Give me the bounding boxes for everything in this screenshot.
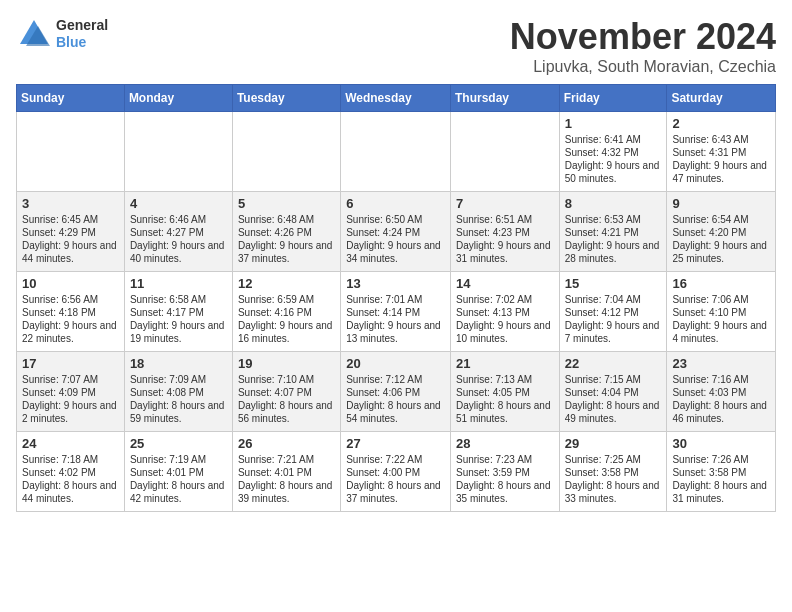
day-number: 29 (565, 436, 662, 451)
day-number: 11 (130, 276, 227, 291)
calendar-cell: 20Sunrise: 7:12 AMSunset: 4:06 PMDayligh… (341, 352, 451, 432)
day-content: Sunrise: 6:48 AM (238, 213, 335, 226)
day-content: Sunset: 4:18 PM (22, 306, 119, 319)
header-day: Saturday (667, 85, 776, 112)
day-content: Daylight: 9 hours and 10 minutes. (456, 319, 554, 345)
calendar-cell: 11Sunrise: 6:58 AMSunset: 4:17 PMDayligh… (124, 272, 232, 352)
day-content: Sunrise: 6:41 AM (565, 133, 662, 146)
logo-line2: Blue (56, 34, 108, 51)
day-content: Daylight: 9 hours and 37 minutes. (238, 239, 335, 265)
header-day: Wednesday (341, 85, 451, 112)
calendar-cell: 6Sunrise: 6:50 AMSunset: 4:24 PMDaylight… (341, 192, 451, 272)
calendar-week-row: 10Sunrise: 6:56 AMSunset: 4:18 PMDayligh… (17, 272, 776, 352)
day-number: 8 (565, 196, 662, 211)
calendar-week-row: 24Sunrise: 7:18 AMSunset: 4:02 PMDayligh… (17, 432, 776, 512)
day-content: Sunrise: 7:01 AM (346, 293, 445, 306)
header: General Blue November 2024 Lipuvka, Sout… (16, 16, 776, 76)
day-content: Sunset: 4:00 PM (346, 466, 445, 479)
day-content: Daylight: 8 hours and 49 minutes. (565, 399, 662, 425)
day-number: 27 (346, 436, 445, 451)
day-content: Sunset: 4:07 PM (238, 386, 335, 399)
month-title: November 2024 (510, 16, 776, 58)
calendar-cell: 27Sunrise: 7:22 AMSunset: 4:00 PMDayligh… (341, 432, 451, 512)
header-day: Monday (124, 85, 232, 112)
day-content: Sunrise: 7:19 AM (130, 453, 227, 466)
calendar-cell: 17Sunrise: 7:07 AMSunset: 4:09 PMDayligh… (17, 352, 125, 432)
calendar-cell: 14Sunrise: 7:02 AMSunset: 4:13 PMDayligh… (450, 272, 559, 352)
header-day: Friday (559, 85, 667, 112)
day-content: Sunrise: 7:15 AM (565, 373, 662, 386)
day-content: Sunrise: 7:16 AM (672, 373, 770, 386)
day-content: Sunset: 4:20 PM (672, 226, 770, 239)
logo: General Blue (16, 16, 108, 52)
header-day: Sunday (17, 85, 125, 112)
calendar-cell: 19Sunrise: 7:10 AMSunset: 4:07 PMDayligh… (232, 352, 340, 432)
day-content: Daylight: 8 hours and 46 minutes. (672, 399, 770, 425)
day-content: Sunset: 3:58 PM (565, 466, 662, 479)
day-number: 22 (565, 356, 662, 371)
day-number: 30 (672, 436, 770, 451)
day-content: Daylight: 8 hours and 35 minutes. (456, 479, 554, 505)
calendar-cell: 29Sunrise: 7:25 AMSunset: 3:58 PMDayligh… (559, 432, 667, 512)
calendar-cell: 3Sunrise: 6:45 AMSunset: 4:29 PMDaylight… (17, 192, 125, 272)
calendar-cell: 21Sunrise: 7:13 AMSunset: 4:05 PMDayligh… (450, 352, 559, 432)
day-content: Sunrise: 6:45 AM (22, 213, 119, 226)
day-content: Sunset: 3:58 PM (672, 466, 770, 479)
calendar-cell: 24Sunrise: 7:18 AMSunset: 4:02 PMDayligh… (17, 432, 125, 512)
day-content: Sunrise: 6:56 AM (22, 293, 119, 306)
day-number: 15 (565, 276, 662, 291)
day-content: Sunset: 4:03 PM (672, 386, 770, 399)
day-number: 1 (565, 116, 662, 131)
calendar-cell: 12Sunrise: 6:59 AMSunset: 4:16 PMDayligh… (232, 272, 340, 352)
day-content: Daylight: 8 hours and 31 minutes. (672, 479, 770, 505)
day-content: Daylight: 9 hours and 40 minutes. (130, 239, 227, 265)
calendar-cell: 10Sunrise: 6:56 AMSunset: 4:18 PMDayligh… (17, 272, 125, 352)
day-content: Daylight: 9 hours and 25 minutes. (672, 239, 770, 265)
day-number: 20 (346, 356, 445, 371)
day-content: Daylight: 8 hours and 59 minutes. (130, 399, 227, 425)
day-content: Daylight: 8 hours and 54 minutes. (346, 399, 445, 425)
day-content: Daylight: 8 hours and 33 minutes. (565, 479, 662, 505)
day-content: Sunset: 4:02 PM (22, 466, 119, 479)
day-content: Sunrise: 7:07 AM (22, 373, 119, 386)
day-number: 13 (346, 276, 445, 291)
calendar-cell: 18Sunrise: 7:09 AMSunset: 4:08 PMDayligh… (124, 352, 232, 432)
day-content: Daylight: 9 hours and 44 minutes. (22, 239, 119, 265)
calendar-week-row: 3Sunrise: 6:45 AMSunset: 4:29 PMDaylight… (17, 192, 776, 272)
day-content: Sunset: 4:23 PM (456, 226, 554, 239)
day-content: Sunrise: 7:13 AM (456, 373, 554, 386)
day-content: Daylight: 8 hours and 51 minutes. (456, 399, 554, 425)
day-content: Sunset: 4:21 PM (565, 226, 662, 239)
calendar-cell: 9Sunrise: 6:54 AMSunset: 4:20 PMDaylight… (667, 192, 776, 272)
day-content: Sunset: 4:13 PM (456, 306, 554, 319)
day-content: Sunset: 4:29 PM (22, 226, 119, 239)
day-content: Sunset: 4:17 PM (130, 306, 227, 319)
day-content: Sunset: 4:12 PM (565, 306, 662, 319)
calendar-cell: 23Sunrise: 7:16 AMSunset: 4:03 PMDayligh… (667, 352, 776, 432)
day-content: Sunrise: 6:46 AM (130, 213, 227, 226)
day-content: Sunrise: 6:54 AM (672, 213, 770, 226)
day-number: 28 (456, 436, 554, 451)
day-content: Sunset: 4:24 PM (346, 226, 445, 239)
calendar-cell: 1Sunrise: 6:41 AMSunset: 4:32 PMDaylight… (559, 112, 667, 192)
calendar-cell: 15Sunrise: 7:04 AMSunset: 4:12 PMDayligh… (559, 272, 667, 352)
calendar-cell (232, 112, 340, 192)
day-number: 6 (346, 196, 445, 211)
day-content: Sunset: 4:31 PM (672, 146, 770, 159)
day-number: 16 (672, 276, 770, 291)
day-number: 5 (238, 196, 335, 211)
day-number: 4 (130, 196, 227, 211)
calendar-cell (341, 112, 451, 192)
title-section: November 2024 Lipuvka, South Moravian, C… (510, 16, 776, 76)
day-content: Daylight: 8 hours and 42 minutes. (130, 479, 227, 505)
day-number: 19 (238, 356, 335, 371)
calendar-week-row: 1Sunrise: 6:41 AMSunset: 4:32 PMDaylight… (17, 112, 776, 192)
day-number: 24 (22, 436, 119, 451)
location-title: Lipuvka, South Moravian, Czechia (510, 58, 776, 76)
header-day: Tuesday (232, 85, 340, 112)
calendar-cell: 16Sunrise: 7:06 AMSunset: 4:10 PMDayligh… (667, 272, 776, 352)
calendar-cell: 7Sunrise: 6:51 AMSunset: 4:23 PMDaylight… (450, 192, 559, 272)
calendar-cell: 22Sunrise: 7:15 AMSunset: 4:04 PMDayligh… (559, 352, 667, 432)
day-content: Sunrise: 7:06 AM (672, 293, 770, 306)
day-content: Sunset: 4:05 PM (456, 386, 554, 399)
